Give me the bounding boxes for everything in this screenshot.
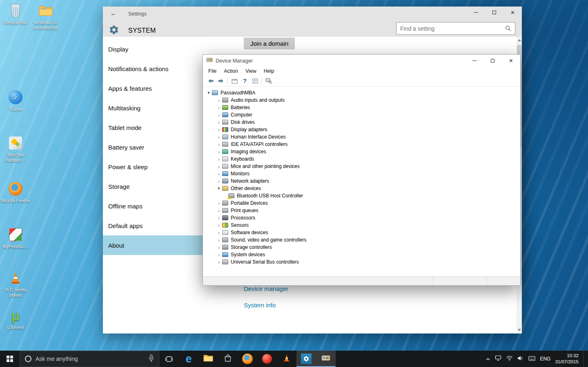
chevron-right-icon[interactable]	[216, 215, 222, 221]
device-manager-link[interactable]: Device manager	[244, 285, 288, 292]
tree-item-storage-controllers[interactable]: Storage controllers	[203, 244, 520, 251]
tree-item-usb-controllers[interactable]: Universal Serial Bus controllers	[203, 258, 520, 266]
taskbar-device-manager[interactable]	[316, 351, 336, 367]
sidebar-item-tablet-mode[interactable]: Tablet mode	[103, 118, 205, 137]
taskbar-clock[interactable]: 10:32 31/07/2015	[555, 353, 579, 365]
chevron-right-icon[interactable]	[216, 245, 222, 250]
properties-icon[interactable]	[250, 76, 260, 85]
scroll-down-icon[interactable]	[518, 329, 521, 331]
taskbar-settings[interactable]	[296, 351, 316, 367]
desktop-icon-recycle-bin[interactable]: Recycle Bin	[1, 2, 30, 25]
sidebar-item-default-apps[interactable]: Default apps	[103, 216, 205, 235]
desktop-icon-minitool[interactable]: MiniTool Partition ...	[1, 135, 30, 163]
sidebar-item-about[interactable]: About	[103, 235, 205, 255]
sidebar-item-power-sleep[interactable]: Power & sleep	[103, 157, 205, 177]
back-button-icon[interactable]	[205, 76, 216, 85]
device-manager-titlebar[interactable]: Device Manager	[203, 55, 520, 67]
tree-item-other-devices[interactable]: Other devices	[203, 185, 520, 192]
tree-item-portable-devices[interactable]: Portable Devices	[203, 199, 520, 207]
sidebar-item-storage[interactable]: Storage	[103, 177, 205, 196]
chevron-right-icon[interactable]	[216, 237, 222, 243]
sidebar-item-multitasking[interactable]: Multitasking	[103, 98, 205, 118]
chevron-right-icon[interactable]	[216, 230, 222, 235]
volume-icon[interactable]	[517, 355, 524, 363]
tree-item-audio[interactable]: Audio inputs and outputs	[203, 96, 520, 104]
taskbar-browser[interactable]	[257, 351, 277, 367]
tree-item-imaging[interactable]: Imaging devices	[203, 148, 520, 155]
desktop-icon-myprintscr[interactable]: MyPrintScr...	[1, 226, 30, 249]
back-arrow-icon[interactable]	[110, 10, 120, 18]
chevron-up-icon[interactable]	[486, 355, 490, 363]
settings-close-button[interactable]	[503, 7, 522, 18]
ethernet-icon[interactable]	[495, 355, 501, 363]
cortana-search-box[interactable]	[20, 351, 159, 367]
chevron-right-icon[interactable]	[216, 252, 222, 257]
tree-item-display-adapters[interactable]: Display adapters	[203, 126, 520, 133]
menu-action[interactable]: Action	[220, 67, 242, 75]
chevron-right-icon[interactable]	[216, 149, 222, 154]
sidebar-item-battery-saver[interactable]: Battery saver	[103, 137, 205, 157]
tree-item-mice[interactable]: Mice and other pointing devices	[203, 163, 520, 170]
chevron-right-icon[interactable]	[216, 98, 222, 103]
tree-item-sensors[interactable]: Sensors	[203, 222, 520, 229]
settings-maximize-button[interactable]	[485, 7, 503, 18]
menu-file[interactable]: File	[205, 67, 220, 75]
sidebar-item-apps-features[interactable]: Apps & features	[103, 78, 205, 98]
chevron-right-icon[interactable]	[216, 127, 222, 132]
chevron-right-icon[interactable]	[216, 179, 222, 184]
tree-item-system-devices[interactable]: System devices	[203, 251, 520, 258]
chevron-right-icon[interactable]	[216, 208, 222, 213]
dm-maximize-button[interactable]	[483, 55, 502, 67]
chevron-right-icon[interactable]	[216, 223, 222, 228]
touch-keyboard-icon[interactable]	[528, 355, 535, 363]
dm-close-button[interactable]	[502, 55, 520, 67]
chevron-right-icon[interactable]	[216, 112, 222, 118]
taskbar-firefox[interactable]	[238, 351, 257, 367]
desktop-icon-itunes[interactable]: iTunes	[1, 89, 30, 112]
sidebar-item-notifications[interactable]: Notifications & actions	[103, 59, 205, 78]
microphone-icon[interactable]	[149, 354, 154, 363]
scan-hardware-changes-icon[interactable]	[264, 76, 274, 85]
tree-item-hid[interactable]: Human Interface Devices	[203, 133, 520, 141]
chevron-right-icon[interactable]	[216, 105, 222, 110]
taskbar-file-explorer[interactable]	[198, 351, 218, 367]
system-info-link[interactable]: System info	[244, 302, 276, 309]
menu-view[interactable]: View	[242, 67, 260, 75]
tree-item-sound-controllers[interactable]: Sound, video and game controllers	[203, 236, 520, 244]
help-icon[interactable]	[240, 76, 250, 85]
chevron-right-icon[interactable]	[216, 164, 222, 169]
join-a-domain-button[interactable]: Join a domain	[244, 38, 295, 49]
scroll-up-icon[interactable]	[518, 39, 521, 41]
chevron-right-icon[interactable]	[216, 201, 222, 206]
desktop-icon-firefox[interactable]: Mozilla Firefox	[1, 181, 30, 204]
tree-item-monitors[interactable]: Monitors	[203, 170, 520, 177]
desktop-icon-vlc[interactable]: VLC media player	[1, 270, 30, 298]
find-a-setting-searchbox[interactable]	[396, 22, 515, 35]
show-desktop-button[interactable]	[583, 351, 586, 367]
tree-item-processors[interactable]: Processors	[203, 214, 520, 222]
taskbar-edge[interactable]	[179, 351, 198, 367]
forward-button-icon[interactable]	[216, 76, 226, 85]
chevron-right-icon[interactable]	[216, 157, 222, 162]
tree-item-computer[interactable]: Computer	[203, 111, 520, 119]
dm-minimize-button[interactable]	[465, 55, 483, 67]
settings-minimize-button[interactable]	[467, 7, 485, 18]
taskbar-store[interactable]	[218, 351, 238, 367]
chevron-right-icon[interactable]	[216, 260, 222, 265]
chevron-down-icon[interactable]	[205, 91, 212, 95]
taskbar-vlc[interactable]	[277, 351, 296, 367]
wifi-icon[interactable]	[506, 355, 513, 363]
search-input[interactable]	[396, 25, 505, 32]
tree-item-disk-drives[interactable]: Disk drives	[203, 119, 520, 126]
tree-item-network-adapters[interactable]: Network adapters	[203, 177, 520, 185]
tree-item-keyboards[interactable]: Keyboards	[203, 155, 520, 163]
start-button[interactable]	[0, 351, 20, 367]
chevron-right-icon[interactable]	[216, 142, 222, 147]
chevron-right-icon[interactable]	[216, 171, 222, 177]
tree-root[interactable]: PassavudhMBA	[203, 89, 520, 96]
task-view-button[interactable]	[159, 351, 179, 367]
chevron-right-icon[interactable]	[216, 134, 222, 140]
tree-item-ide[interactable]: IDE ATA/ATAPI controllers	[203, 141, 520, 148]
chevron-right-icon[interactable]	[216, 120, 222, 125]
tree-item-batteries[interactable]: Batteries	[203, 104, 520, 111]
